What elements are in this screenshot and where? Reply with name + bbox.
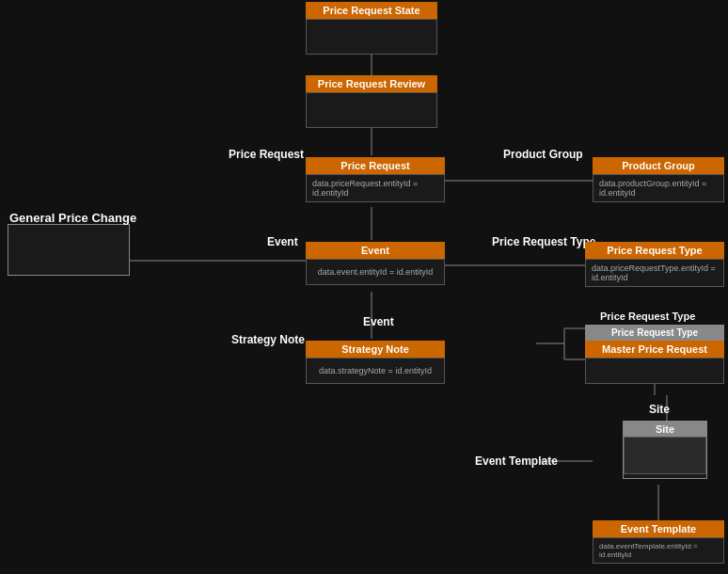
event-label-center: Event — [363, 315, 394, 328]
strategy-note-body: data.strategyNote = id.entityId — [306, 358, 445, 384]
event-template-body: data.eventTemplate.entityId = id.entityI… — [593, 537, 724, 564]
price-request-review-node: Price Request Review — [306, 75, 437, 128]
master-price-request-header: Master Price Request — [585, 341, 724, 358]
price-request-review-header: Price Request Review — [306, 75, 437, 92]
product-group-body: data.productGroup.entityId = id.entityId — [593, 174, 724, 202]
product-group-label: Product Group — [503, 148, 583, 161]
diagram-canvas: General Price Change Price Request State… — [0, 0, 728, 574]
product-group-header: Product Group — [593, 157, 724, 174]
general-price-change-node — [8, 224, 130, 276]
strategy-note-header: Strategy Note — [306, 341, 445, 358]
price-request-type-node2: Price Request Type — [585, 325, 724, 341]
price-request-state-header: Price Request State — [306, 2, 437, 19]
event-header: Event — [306, 242, 445, 259]
site-label: Site — [649, 403, 670, 416]
strategy-note-label: Strategy Note — [231, 333, 305, 346]
strategy-note-node: Strategy Note data.strategyNote = id.ent… — [306, 341, 445, 384]
price-request-node: Price Request data.priceRequest.entityId… — [306, 157, 445, 202]
price-request-state-body — [306, 19, 437, 55]
event-template-label: Event Template — [475, 454, 558, 468]
site-node: Site — [623, 421, 707, 479]
event-node: Event data.event.entityId = id.entityId — [306, 242, 445, 285]
general-price-change-body — [8, 224, 130, 276]
site-body — [624, 437, 706, 474]
price-request-label: Price Request — [229, 148, 304, 161]
price-request-type-label1: Price Request Type — [492, 235, 595, 248]
price-request-type-label2: Price Request Type — [600, 311, 695, 322]
event-template-node: Event Template data.eventTemplate.entity… — [593, 520, 724, 564]
site-header: Site — [624, 422, 706, 437]
master-price-request-body — [585, 358, 724, 384]
event-template-header: Event Template — [593, 520, 724, 537]
price-request-type-header2: Price Request Type — [585, 325, 724, 341]
master-price-request-node: Master Price Request — [585, 341, 724, 384]
price-request-type-header: Price Request Type — [585, 242, 724, 259]
price-request-body: data.priceRequest.entityId = id.entityId — [306, 174, 445, 202]
price-request-state-node: Price Request State — [306, 2, 437, 55]
event-body: data.event.entityId = id.entityId — [306, 259, 445, 285]
price-request-review-body — [306, 92, 437, 128]
price-request-header: Price Request — [306, 157, 445, 174]
event-label-left: Event — [267, 235, 298, 248]
product-group-node: Product Group data.productGroup.entityId… — [593, 157, 724, 202]
price-request-type-node: Price Request Type data.priceRequestType… — [585, 242, 724, 287]
price-request-type-body: data.priceRequestType.entityId = id.enti… — [585, 259, 724, 287]
general-price-change-label: General Price Change — [9, 211, 136, 225]
